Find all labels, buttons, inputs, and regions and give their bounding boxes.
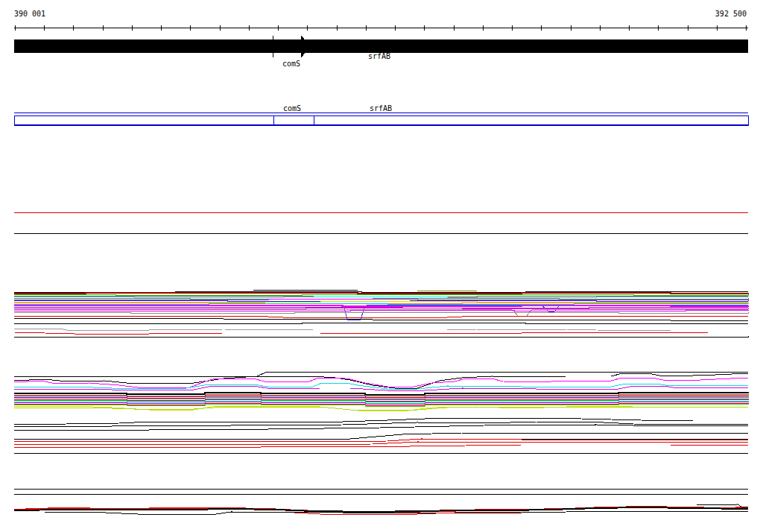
gene-label-srfab-sequence[interactable]: srfAB — [368, 52, 390, 60]
region-start-coordinate: 390 001 — [14, 10, 45, 18]
plot-series-multi-sample-band-1 — [14, 308, 748, 308]
plot-series-multi-sample-band-1 — [14, 318, 748, 320]
plot-series-black-red-line-group — [14, 439, 748, 442]
plot-series-black-red-line-group — [14, 433, 748, 439]
plot-series-multi-sample-band-2 — [14, 372, 748, 376]
plot-series-multi-sample-band-1 — [14, 336, 748, 337]
plot-series-multi-sample-band-1 — [14, 294, 748, 295]
plot-series-multi-sample-band-1 — [14, 323, 748, 323]
plot-series-multi-sample-band-1 — [14, 303, 748, 304]
plot-series-multi-sample-band-1 — [14, 305, 748, 306]
gene-direction-arrow — [301, 35, 310, 58]
annotation-box — [14, 115, 748, 125]
plot-series-black-red-line-group — [14, 445, 748, 448]
plot-series-multi-sample-band-1 — [14, 291, 748, 292]
gene-label-coms-sequence[interactable]: comS — [282, 60, 300, 68]
plot-series-multi-sample-band-1 — [14, 297, 748, 297]
plot-series-multi-sample-band-1 — [14, 329, 748, 331]
plot-series-multi-sample-band-1 — [14, 310, 748, 311]
plot-series-black-red-line-group — [14, 442, 748, 445]
plot-series-multi-sample-band-1 — [14, 316, 748, 317]
plot-series-black-red-line-group — [14, 453, 748, 454]
gene-label-srfab-annotation[interactable]: srfAB — [370, 104, 392, 113]
gene-label-coms-annotation[interactable]: comS — [283, 104, 301, 113]
plot-series-bottom-line-group — [697, 504, 748, 507]
plot-series-black-red-line-group — [14, 422, 748, 427]
sequence-bar — [14, 39, 748, 53]
plot-series-multi-sample-band-1 — [14, 293, 748, 294]
plot-series-black-red-line-group — [14, 425, 748, 431]
genome-browser-view: 390 001 392 500 comS srfAB comS srfAB — [0, 0, 763, 532]
tracks-canvas — [0, 0, 763, 532]
plot-series-multi-sample-band-1 — [14, 312, 748, 313]
region-end-coordinate: 392 500 — [715, 10, 747, 18]
plot-series-multi-sample-band-1 — [14, 332, 748, 334]
